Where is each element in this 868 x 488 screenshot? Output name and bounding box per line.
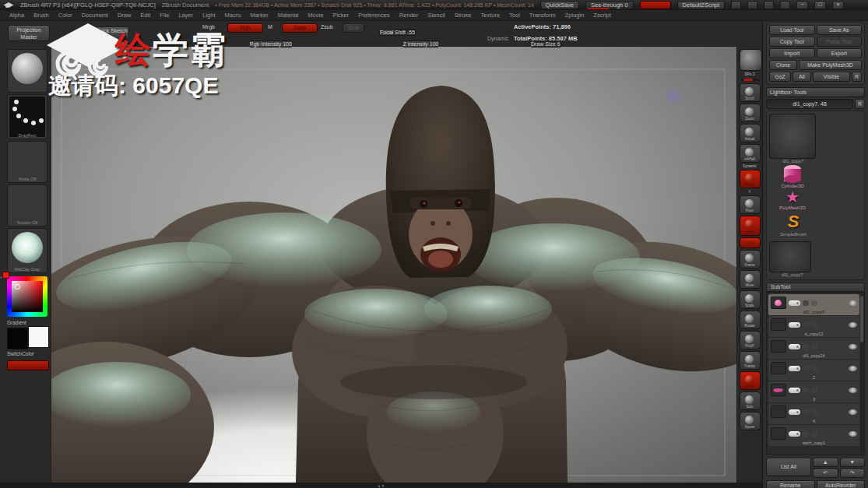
record-indicator[interactable] bbox=[640, 1, 671, 9]
subtool-row[interactable]: 2 bbox=[768, 360, 859, 381]
zscript-next-icon[interactable] bbox=[747, 1, 757, 9]
menu-stencil[interactable]: Stencil bbox=[423, 12, 450, 19]
paint-toggle-icon[interactable] bbox=[789, 322, 800, 328]
menu-stroke[interactable]: Stroke bbox=[450, 12, 476, 19]
clone-button[interactable]: Clone bbox=[769, 60, 797, 70]
minimize-button[interactable]: − bbox=[796, 1, 808, 9]
subtool-mini-icon[interactable] bbox=[811, 322, 817, 328]
subtool-row[interactable]: 4 bbox=[768, 403, 859, 424]
actual-button[interactable]: Actual bbox=[740, 124, 761, 142]
export-button[interactable]: Export bbox=[817, 48, 863, 58]
subtool-mini-icon[interactable] bbox=[803, 409, 809, 415]
subtool-mini-icon[interactable] bbox=[803, 344, 809, 349]
subtool-mini-icon[interactable] bbox=[811, 300, 817, 306]
tool-r-button[interactable]: R bbox=[855, 99, 865, 109]
frame-button[interactable]: Frame bbox=[740, 250, 761, 269]
secondary-color-swatch[interactable] bbox=[28, 326, 49, 348]
quicksave-button[interactable]: QuickSave bbox=[540, 1, 579, 9]
spix-slider[interactable] bbox=[740, 79, 760, 81]
restore-button[interactable]: □ bbox=[814, 1, 826, 9]
switch-color-label[interactable]: SwitchColor bbox=[0, 351, 58, 356]
subtool-shift-up-button[interactable]: ↶ bbox=[813, 469, 838, 478]
color-picker[interactable] bbox=[7, 276, 47, 317]
subtool-row[interactable]: 3 bbox=[768, 381, 859, 402]
paint-toggle-icon[interactable] bbox=[789, 300, 800, 306]
subtool-mini-icon[interactable] bbox=[811, 409, 817, 415]
menu-render[interactable]: Render bbox=[395, 12, 423, 19]
tool-item-thumbnail[interactable] bbox=[769, 241, 811, 272]
rotate-button[interactable]: Rotate bbox=[740, 311, 761, 329]
menu-color[interactable]: Color bbox=[54, 12, 77, 19]
cylinder3d-icon[interactable] bbox=[782, 165, 803, 184]
aahalf-button[interactable]: AAHalf bbox=[740, 144, 761, 163]
sculpt-canvas[interactable] bbox=[51, 46, 736, 483]
subtool-mini-icon[interactable] bbox=[811, 344, 817, 349]
paint-toggle-icon[interactable] bbox=[789, 344, 800, 349]
brush-selector[interactable] bbox=[7, 49, 47, 93]
focal-shift-slider[interactable]: Focal Shift -55 bbox=[379, 29, 416, 36]
solo-button[interactable]: Solo bbox=[740, 391, 761, 410]
texture-selector[interactable]: Texture Off bbox=[7, 184, 47, 226]
xpose-button[interactable]: Xpose bbox=[740, 412, 761, 430]
floor-button[interactable]: Floor bbox=[740, 195, 761, 214]
stroke-selector[interactable]: DragRect bbox=[7, 94, 47, 139]
subtool-mini-icon[interactable] bbox=[811, 366, 817, 371]
zscript-prev-icon[interactable] bbox=[731, 1, 741, 9]
goz-visible-button[interactable]: Visible bbox=[813, 72, 850, 82]
visibility-eye-icon[interactable] bbox=[849, 388, 857, 393]
paint-toggle-icon[interactable] bbox=[789, 431, 800, 437]
color-picker-field[interactable] bbox=[12, 281, 43, 312]
make-polymesh3d-button[interactable]: Make PolyMesh3D bbox=[799, 60, 862, 70]
subtool-row[interactable]: dl1_copy24 bbox=[768, 338, 859, 359]
dynamic-toggle[interactable]: Dynamic bbox=[487, 36, 508, 41]
m-button[interactable]: M bbox=[268, 24, 272, 30]
subtool-down-button[interactable]: ▼ bbox=[840, 458, 866, 467]
goz-button[interactable]: GoZ bbox=[769, 72, 791, 82]
menu-document[interactable]: Document bbox=[77, 12, 113, 19]
scrollbar-arrows-icon[interactable]: ▲▼ bbox=[378, 483, 385, 488]
menu-transform[interactable]: Transform bbox=[525, 12, 561, 19]
lsym-button[interactable]: L.Sym bbox=[740, 237, 761, 248]
zsub-button[interactable]: Zsub bbox=[321, 24, 333, 30]
subtool-mini-icon[interactable] bbox=[811, 431, 817, 437]
paint-toggle-icon[interactable] bbox=[789, 388, 800, 393]
copy-tool-button[interactable]: Copy Tool bbox=[769, 37, 815, 47]
local-button[interactable]: Local bbox=[740, 216, 761, 236]
red-indicator-bar[interactable] bbox=[7, 360, 49, 370]
visibility-eye-icon[interactable] bbox=[849, 300, 857, 306]
zoom-button[interactable]: Zoom bbox=[740, 104, 761, 122]
palette-config-icon[interactable] bbox=[764, 1, 774, 9]
rgb-button[interactable]: Rgb bbox=[227, 23, 263, 33]
visibility-eye-icon[interactable] bbox=[849, 344, 857, 349]
transp-button[interactable]: Transp bbox=[740, 351, 761, 370]
autoreorder-button[interactable]: AutoReorder bbox=[817, 480, 866, 488]
menu-material[interactable]: Material bbox=[273, 12, 304, 19]
left-tray-collapse-icon[interactable]: ‹ bbox=[0, 274, 2, 281]
menu-layer[interactable]: Layer bbox=[174, 12, 198, 19]
ghost-button[interactable]: Ghost bbox=[740, 371, 761, 390]
menu-texture[interactable]: Texture bbox=[476, 12, 504, 19]
subtool-mini-icon[interactable] bbox=[811, 388, 817, 393]
simplebrush-icon[interactable]: S bbox=[769, 212, 817, 232]
spix-preview[interactable] bbox=[740, 49, 762, 71]
menu-marker[interactable]: Marker bbox=[245, 12, 272, 19]
list-all-button[interactable]: List All bbox=[766, 458, 811, 476]
rename-button[interactable]: Rename bbox=[766, 480, 815, 488]
projection-master-button[interactable]: Projection Master bbox=[8, 25, 50, 41]
subtool-row[interactable]: sach_copy1 bbox=[768, 425, 859, 446]
subtool-up-button[interactable]: ▲ bbox=[813, 458, 838, 467]
subtool-mini-icon[interactable] bbox=[803, 388, 809, 393]
polyf-button[interactable]: PolyF bbox=[740, 331, 761, 349]
subtool-row[interactable]: dl1_copy7 bbox=[768, 294, 859, 315]
subtool-mini-icon[interactable] bbox=[803, 322, 809, 328]
menu-movie[interactable]: Movie bbox=[303, 12, 328, 19]
menu-zplugin[interactable]: Zplugin bbox=[561, 12, 589, 19]
active-tool-thumbnail[interactable] bbox=[769, 114, 816, 159]
draw-size-slider[interactable]: Draw Size 6 bbox=[530, 40, 561, 47]
lightbox-tools-header[interactable]: Lightbox› Tools bbox=[766, 87, 865, 97]
import-button[interactable]: Import bbox=[769, 48, 815, 58]
close-button[interactable]: × bbox=[832, 1, 844, 9]
menu-edit[interactable]: Edit bbox=[135, 12, 155, 19]
menu-draw[interactable]: Draw bbox=[113, 12, 136, 19]
menu-macro[interactable]: Macro bbox=[220, 12, 245, 19]
